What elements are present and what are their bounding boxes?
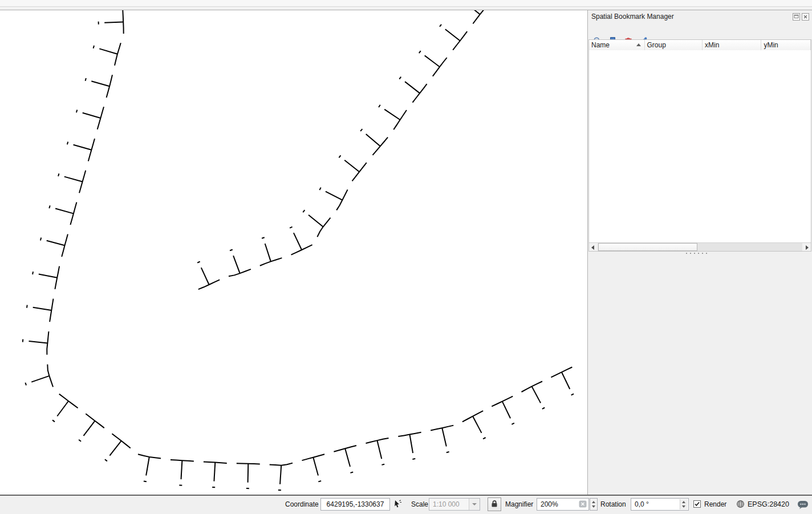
cliff-line-west-tick <box>345 448 350 467</box>
lock-icon <box>490 499 499 508</box>
rotation-input[interactable]: 0,0 ° <box>631 498 689 511</box>
cliff-line-middle-dot <box>360 129 362 131</box>
bookmark-table-header: NameGroupxMinyMin <box>589 40 811 51</box>
column-label: Group <box>647 41 666 49</box>
cliff-line-west-dot <box>49 205 50 208</box>
cliff-line-west-dash <box>115 43 121 66</box>
cliff-line-west-tick <box>57 401 68 416</box>
cliff-line-west-dot <box>58 173 59 176</box>
mouse-position-icon[interactable] <box>392 499 402 511</box>
cliff-line-middle-dot <box>262 237 265 238</box>
column-header-xmin[interactable]: xMin <box>703 40 761 50</box>
cliff-line-west-dot <box>144 481 147 481</box>
rotation-label: Rotation <box>600 500 626 508</box>
clear-icon[interactable] <box>579 500 587 508</box>
scroll-right-button[interactable] <box>802 243 811 251</box>
bookmark-table-body[interactable] <box>589 50 811 242</box>
cliff-line-west-dot <box>318 481 321 481</box>
cliff-line-west-dash <box>79 171 86 193</box>
messages-button[interactable] <box>797 500 809 512</box>
cliff-line-west-dash <box>492 396 513 407</box>
cliff-line-middle-tick <box>326 192 342 200</box>
cliff-line-middle-tick <box>366 134 380 146</box>
browser-panel: Browser FavoritesC:\Data\WorkSpatial Boo… <box>588 255 812 495</box>
cliff-line-middle-dot <box>419 51 421 53</box>
cliff-line-west-dot <box>40 238 41 241</box>
cliff-line-middle-dot <box>197 262 200 263</box>
bookmark-horizontal-scrollbar[interactable] <box>589 242 811 251</box>
cliff-line-west-tick <box>109 441 121 456</box>
bookmark-table: NameGroupxMinyMin <box>588 39 811 252</box>
cliff-line-west-dot <box>381 464 384 465</box>
bookmark-panel-float-button[interactable] <box>793 13 801 21</box>
cliff-line-west-tick <box>31 376 49 382</box>
cliff-line-west-tick <box>473 416 481 433</box>
cliff-line-middle-tick <box>201 268 209 285</box>
right-dock: Spatial Bookmark Manager NameGroupxMinyM… <box>587 10 812 495</box>
render-checkbox[interactable] <box>693 500 701 508</box>
scale-combo-arrow[interactable] <box>469 499 480 510</box>
coordinate-label: Coordinate <box>285 500 319 508</box>
column-header-group[interactable]: Group <box>645 40 703 50</box>
cliff-line-middle-dot <box>230 250 233 251</box>
cliff-line-west-dot <box>27 305 27 308</box>
column-label: Name <box>591 41 610 49</box>
scale-combo[interactable]: 1:10 000 <box>429 498 480 511</box>
scrollbar-thumb[interactable] <box>598 243 697 251</box>
bookmark-panel-close-button[interactable] <box>802 13 810 21</box>
cliff-line-middle-tick <box>233 256 240 273</box>
cliff-line-middle-tick <box>308 215 323 227</box>
cliff-line-west-tick <box>33 307 52 310</box>
magnifier-spinner[interactable] <box>590 498 598 511</box>
scrollbar-track[interactable] <box>598 243 802 251</box>
cliff-line-west-dot <box>25 383 26 386</box>
cliff-line-middle-dot <box>303 210 304 212</box>
cliff-line-west-dot <box>350 472 353 473</box>
splitter-handle-dots <box>686 253 709 254</box>
magnifier-input[interactable]: 200% <box>537 498 589 511</box>
map-canvas[interactable] <box>0 10 587 495</box>
cliff-line-west-tick <box>47 241 65 246</box>
cliff-line-west-tick <box>29 341 48 343</box>
cliff-line-west-dash <box>270 463 293 466</box>
cliff-line-west-tick <box>104 22 123 23</box>
cliff-line-middle-dot <box>339 155 340 157</box>
panel-splitter[interactable] <box>588 251 812 255</box>
cliff-line-west-tick <box>442 428 446 446</box>
rotation-spinner[interactable] <box>680 499 688 509</box>
cliff-line-middle-tick <box>445 29 460 41</box>
cliff-line-middle-tick <box>405 82 420 93</box>
cliff-line-west-dot <box>542 408 545 409</box>
cliff-line-west-dot <box>52 420 55 422</box>
cliff-line-west-tick <box>91 81 109 86</box>
cliff-line-west-tick <box>64 177 83 182</box>
cliff-line-middle-dot <box>379 105 380 107</box>
crs-globe-icon[interactable] <box>736 500 745 510</box>
cliff-line-middle-dash <box>393 110 407 129</box>
crs-status-button[interactable]: EPSG:28420 <box>748 500 789 508</box>
cliff-line-west-dot <box>79 440 81 442</box>
scale-lock-button[interactable] <box>488 497 501 511</box>
cliff-line-west-tick <box>39 274 57 278</box>
column-header-ymin[interactable]: yMin <box>761 40 811 50</box>
scroll-left-button[interactable] <box>589 243 598 251</box>
cliff-line-west-tick <box>280 466 281 484</box>
bookmark-panel-title: Spatial Bookmark Manager <box>591 13 674 21</box>
cliff-line-west-dot <box>105 459 107 461</box>
main-toolbar-strip <box>0 0 812 10</box>
cliff-line-west-tick <box>84 421 95 436</box>
cliff-line-middle-tick <box>265 244 271 261</box>
cliff-line-west-dot <box>571 394 574 395</box>
cliff-line-middle-tick <box>344 160 359 172</box>
column-label: xMin <box>705 41 719 49</box>
coordinate-input[interactable]: 6429195,-1330637 <box>320 498 390 511</box>
cliff-line-middle-dot <box>290 227 292 228</box>
column-header-name[interactable]: Name <box>589 40 645 50</box>
status-bar: Coordinate 6429195,-1330637 Scale 1:10 0… <box>0 495 812 514</box>
cliff-line-middle-dash <box>473 10 487 24</box>
cliff-line-west-dot <box>76 110 77 113</box>
cliff-line-west-tick <box>562 372 570 389</box>
cliff-line-middle-tick <box>425 55 440 67</box>
spatial-bookmark-manager-panel: Spatial Bookmark Manager NameGroupxMinyM… <box>588 10 812 251</box>
cliff-line-west-tick <box>146 457 149 476</box>
